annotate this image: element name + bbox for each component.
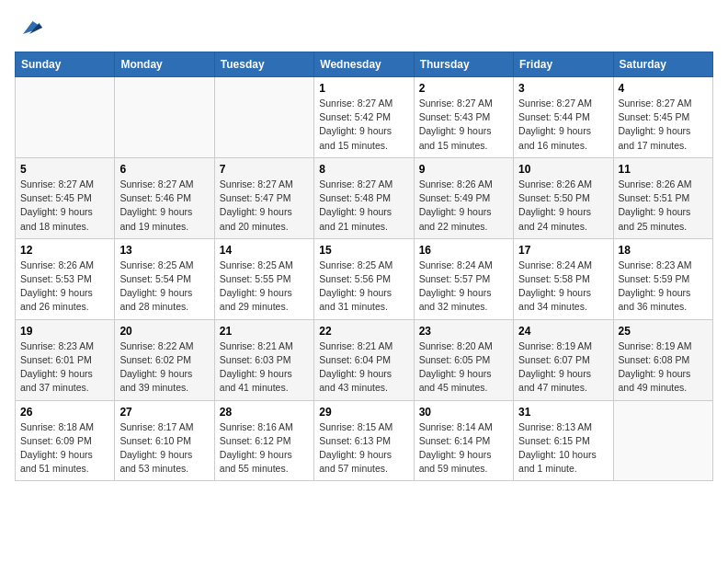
calendar-cell: 8Sunrise: 8:27 AM Sunset: 5:48 PM Daylig… — [314, 157, 414, 238]
day-number: 18 — [619, 244, 708, 257]
calendar-cell — [115, 77, 214, 158]
day-info: Sunrise: 8:23 AM Sunset: 5:59 PM Dayligh… — [619, 259, 708, 315]
day-info: Sunrise: 8:27 AM Sunset: 5:43 PM Dayligh… — [419, 97, 508, 153]
calendar-table: SundayMondayTuesdayWednesdayThursdayFrid… — [15, 52, 713, 481]
calendar-cell: 30Sunrise: 8:14 AM Sunset: 6:14 PM Dayli… — [414, 400, 513, 481]
weekday-header-row: SundayMondayTuesdayWednesdayThursdayFrid… — [16, 52, 713, 77]
calendar-cell — [16, 77, 115, 158]
weekday-header-saturday: Saturday — [613, 52, 712, 77]
day-info: Sunrise: 8:27 AM Sunset: 5:47 PM Dayligh… — [220, 178, 309, 234]
calendar-cell: 25Sunrise: 8:19 AM Sunset: 6:08 PM Dayli… — [613, 319, 712, 400]
day-info: Sunrise: 8:19 AM Sunset: 6:08 PM Dayligh… — [619, 339, 708, 396]
day-info: Sunrise: 8:25 AM Sunset: 5:54 PM Dayligh… — [119, 259, 209, 315]
week-row-2: 5Sunrise: 8:27 AM Sunset: 5:45 PM Daylig… — [16, 157, 713, 238]
day-info: Sunrise: 8:27 AM Sunset: 5:48 PM Dayligh… — [319, 178, 408, 234]
day-number: 6 — [119, 163, 209, 176]
calendar-cell: 26Sunrise: 8:18 AM Sunset: 6:09 PM Dayli… — [16, 400, 115, 481]
weekday-header-friday: Friday — [514, 52, 613, 77]
calendar-cell: 31Sunrise: 8:13 AM Sunset: 6:15 PM Dayli… — [514, 400, 613, 481]
calendar-cell: 18Sunrise: 8:23 AM Sunset: 5:59 PM Dayli… — [613, 238, 712, 319]
calendar-cell: 7Sunrise: 8:27 AM Sunset: 5:47 PM Daylig… — [214, 157, 313, 238]
day-info: Sunrise: 8:20 AM Sunset: 6:05 PM Dayligh… — [419, 339, 508, 396]
day-info: Sunrise: 8:18 AM Sunset: 6:09 PM Dayligh… — [20, 420, 109, 477]
calendar-cell: 4Sunrise: 8:27 AM Sunset: 5:45 PM Daylig… — [613, 77, 712, 158]
logo — [15, 15, 42, 40]
day-number: 11 — [619, 163, 708, 176]
calendar-cell: 23Sunrise: 8:20 AM Sunset: 6:05 PM Dayli… — [414, 319, 513, 400]
weekday-header-thursday: Thursday — [414, 52, 513, 77]
calendar-cell: 3Sunrise: 8:27 AM Sunset: 5:44 PM Daylig… — [514, 77, 613, 158]
day-info: Sunrise: 8:23 AM Sunset: 6:01 PM Dayligh… — [20, 339, 109, 396]
calendar-cell: 6Sunrise: 8:27 AM Sunset: 5:46 PM Daylig… — [115, 157, 214, 238]
day-number: 24 — [518, 325, 608, 338]
day-number: 28 — [220, 406, 309, 419]
day-number: 27 — [119, 406, 209, 419]
day-number: 31 — [518, 406, 608, 419]
calendar-cell: 19Sunrise: 8:23 AM Sunset: 6:01 PM Dayli… — [16, 319, 115, 400]
day-number: 23 — [419, 325, 508, 338]
calendar-cell: 9Sunrise: 8:26 AM Sunset: 5:49 PM Daylig… — [414, 157, 513, 238]
calendar-cell: 2Sunrise: 8:27 AM Sunset: 5:43 PM Daylig… — [414, 77, 513, 158]
day-number: 7 — [220, 163, 309, 176]
day-number: 12 — [20, 244, 109, 257]
day-info: Sunrise: 8:17 AM Sunset: 6:10 PM Dayligh… — [119, 420, 209, 477]
day-info: Sunrise: 8:26 AM Sunset: 5:53 PM Dayligh… — [20, 259, 109, 315]
day-info: Sunrise: 8:27 AM Sunset: 5:42 PM Dayligh… — [319, 97, 408, 153]
day-number: 8 — [319, 163, 408, 176]
day-info: Sunrise: 8:27 AM Sunset: 5:46 PM Dayligh… — [119, 178, 209, 234]
day-number: 2 — [419, 82, 508, 95]
day-info: Sunrise: 8:24 AM Sunset: 5:58 PM Dayligh… — [518, 259, 608, 315]
day-info: Sunrise: 8:19 AM Sunset: 6:07 PM Dayligh… — [518, 339, 608, 396]
day-info: Sunrise: 8:25 AM Sunset: 5:55 PM Dayligh… — [220, 259, 309, 315]
weekday-header-monday: Monday — [115, 52, 214, 77]
page-header — [15, 15, 713, 40]
day-number: 26 — [20, 406, 109, 419]
calendar-cell: 5Sunrise: 8:27 AM Sunset: 5:45 PM Daylig… — [16, 157, 115, 238]
weekday-header-tuesday: Tuesday — [214, 52, 313, 77]
calendar-cell: 29Sunrise: 8:15 AM Sunset: 6:13 PM Dayli… — [314, 400, 414, 481]
day-number: 30 — [419, 406, 508, 419]
day-number: 1 — [319, 82, 408, 95]
day-number: 15 — [319, 244, 408, 257]
weekday-header-sunday: Sunday — [16, 52, 115, 77]
day-number: 19 — [20, 325, 109, 338]
calendar-cell: 21Sunrise: 8:21 AM Sunset: 6:03 PM Dayli… — [214, 319, 313, 400]
day-info: Sunrise: 8:13 AM Sunset: 6:15 PM Dayligh… — [518, 420, 608, 477]
weekday-header-wednesday: Wednesday — [314, 52, 414, 77]
week-row-1: 1Sunrise: 8:27 AM Sunset: 5:42 PM Daylig… — [16, 77, 713, 158]
day-info: Sunrise: 8:24 AM Sunset: 5:57 PM Dayligh… — [419, 259, 508, 315]
day-number: 13 — [119, 244, 209, 257]
calendar-cell: 11Sunrise: 8:26 AM Sunset: 5:51 PM Dayli… — [613, 157, 712, 238]
week-row-5: 26Sunrise: 8:18 AM Sunset: 6:09 PM Dayli… — [16, 400, 713, 481]
calendar-cell: 12Sunrise: 8:26 AM Sunset: 5:53 PM Dayli… — [16, 238, 115, 319]
day-number: 21 — [220, 325, 309, 338]
week-row-3: 12Sunrise: 8:26 AM Sunset: 5:53 PM Dayli… — [16, 238, 713, 319]
calendar-cell: 17Sunrise: 8:24 AM Sunset: 5:58 PM Dayli… — [514, 238, 613, 319]
calendar-cell: 1Sunrise: 8:27 AM Sunset: 5:42 PM Daylig… — [314, 77, 414, 158]
day-number: 16 — [419, 244, 508, 257]
day-info: Sunrise: 8:15 AM Sunset: 6:13 PM Dayligh… — [319, 420, 408, 477]
day-number: 29 — [319, 406, 408, 419]
calendar-cell: 24Sunrise: 8:19 AM Sunset: 6:07 PM Dayli… — [514, 319, 613, 400]
logo-icon — [17, 15, 42, 40]
day-info: Sunrise: 8:25 AM Sunset: 5:56 PM Dayligh… — [319, 259, 408, 315]
calendar-cell: 15Sunrise: 8:25 AM Sunset: 5:56 PM Dayli… — [314, 238, 414, 319]
calendar-cell — [214, 77, 313, 158]
day-info: Sunrise: 8:27 AM Sunset: 5:45 PM Dayligh… — [20, 178, 109, 234]
calendar-cell: 13Sunrise: 8:25 AM Sunset: 5:54 PM Dayli… — [115, 238, 214, 319]
day-info: Sunrise: 8:21 AM Sunset: 6:03 PM Dayligh… — [220, 339, 309, 396]
calendar-cell: 16Sunrise: 8:24 AM Sunset: 5:57 PM Dayli… — [414, 238, 513, 319]
day-number: 14 — [220, 244, 309, 257]
day-info: Sunrise: 8:21 AM Sunset: 6:04 PM Dayligh… — [319, 339, 408, 396]
calendar-cell: 14Sunrise: 8:25 AM Sunset: 5:55 PM Dayli… — [214, 238, 313, 319]
calendar-cell: 27Sunrise: 8:17 AM Sunset: 6:10 PM Dayli… — [115, 400, 214, 481]
day-number: 4 — [619, 82, 708, 95]
calendar-cell: 20Sunrise: 8:22 AM Sunset: 6:02 PM Dayli… — [115, 319, 214, 400]
day-number: 5 — [20, 163, 109, 176]
day-info: Sunrise: 8:27 AM Sunset: 5:45 PM Dayligh… — [619, 97, 708, 153]
calendar-cell: 10Sunrise: 8:26 AM Sunset: 5:50 PM Dayli… — [514, 157, 613, 238]
day-info: Sunrise: 8:22 AM Sunset: 6:02 PM Dayligh… — [119, 339, 209, 396]
day-number: 22 — [319, 325, 408, 338]
day-info: Sunrise: 8:26 AM Sunset: 5:51 PM Dayligh… — [619, 178, 708, 234]
day-info: Sunrise: 8:26 AM Sunset: 5:50 PM Dayligh… — [518, 178, 608, 234]
